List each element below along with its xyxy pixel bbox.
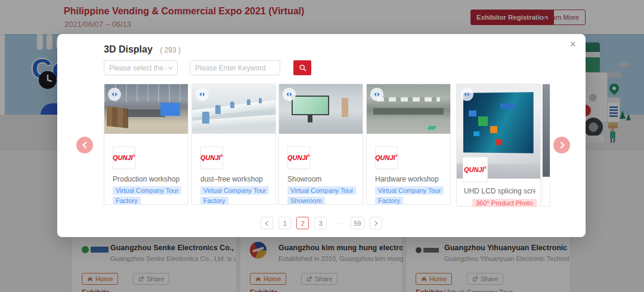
card-tag: Virtual Company Tour: [375, 186, 444, 195]
badge-360-icon: [108, 88, 121, 101]
card-photo: [192, 84, 275, 134]
pagination-next-button[interactable]: [370, 217, 382, 229]
card-title: UHD LCD splicing scree...: [464, 187, 535, 195]
3d-display-card[interactable]: QUNJI® dust–free workshop Virtual Compan…: [191, 84, 276, 205]
badge-360-icon: [196, 88, 209, 101]
pagination-page-button[interactable]: 1: [278, 217, 291, 229]
keyword-search-input[interactable]: [190, 60, 280, 75]
pagination: 1 2 3 ··· 59: [57, 217, 586, 229]
card-title: Hardware workshop: [375, 175, 447, 183]
modal-title: 3D Display: [104, 44, 153, 54]
company-logo: QUNJI®: [200, 146, 223, 169]
pagination-page-button[interactable]: 59: [351, 217, 364, 229]
chevron-left-icon: [265, 220, 270, 225]
card-title: Production workshop: [113, 175, 184, 183]
card-tag: Virtual Company Tour: [287, 186, 356, 195]
company-logo: QUNJI®: [113, 146, 135, 169]
3d-display-card[interactable]: QUNJI® Hardware workshop Virtual Company…: [366, 84, 451, 205]
3d-display-modal: × 3D Display ( 293 ) Please select the i…: [57, 34, 586, 237]
badge-360-icon: [370, 88, 383, 101]
badge-360-icon: [283, 88, 296, 101]
card-tag: Factory: [200, 196, 228, 205]
chevron-down-icon: [168, 64, 173, 69]
card-photo: [104, 84, 188, 134]
card-photo: [279, 84, 363, 134]
card-title: Showroom: [287, 175, 359, 183]
badge-360-icon: [460, 88, 473, 101]
chevron-left-icon: [82, 142, 89, 148]
pagination-ellipsis: ···: [332, 217, 345, 229]
search-icon: [299, 64, 306, 72]
company-logo: QUNJI®: [375, 146, 398, 169]
card-tag: Factory: [113, 196, 141, 205]
result-count: ( 293 ): [160, 46, 181, 54]
industry-select[interactable]: Please select the in...: [104, 60, 178, 75]
card-title: dust–free workshop: [200, 175, 272, 183]
pagination-page-button-active[interactable]: 2: [296, 217, 309, 229]
pagination-prev-button[interactable]: [261, 217, 273, 229]
carousel-prev-button[interactable]: [76, 137, 93, 153]
card-tag: Showroom: [287, 196, 325, 205]
pagination-page-button[interactable]: 3: [314, 217, 327, 229]
3d-display-card[interactable]: QUNJI® Production workshop Virtual Compa…: [104, 84, 188, 205]
3d-display-card[interactable]: QUNJI® Showroom Virtual Company Tour Sho…: [278, 84, 363, 205]
card-photo: [367, 84, 450, 134]
next-card-sliver: [542, 84, 550, 207]
chevron-right-icon: [558, 142, 564, 148]
select-placeholder: Please select the in...: [109, 64, 166, 72]
card-tag-red: 360° Product Photo: [472, 199, 537, 207]
carousel-next-button[interactable]: [553, 137, 570, 153]
card-tag: Factory: [375, 196, 403, 205]
card-tag: Virtual Company Tour: [200, 186, 269, 195]
company-logo: QUNJI®: [463, 157, 488, 182]
close-icon[interactable]: ×: [567, 36, 578, 52]
card-tag: Virtual Company Tour: [113, 186, 181, 195]
3d-display-card[interactable]: QUNJI® UHD LCD splicing scree... 360° Pr…: [456, 84, 541, 207]
search-button[interactable]: [293, 60, 311, 75]
chevron-right-icon: [373, 220, 377, 225]
company-logo: QUNJI®: [287, 146, 310, 169]
